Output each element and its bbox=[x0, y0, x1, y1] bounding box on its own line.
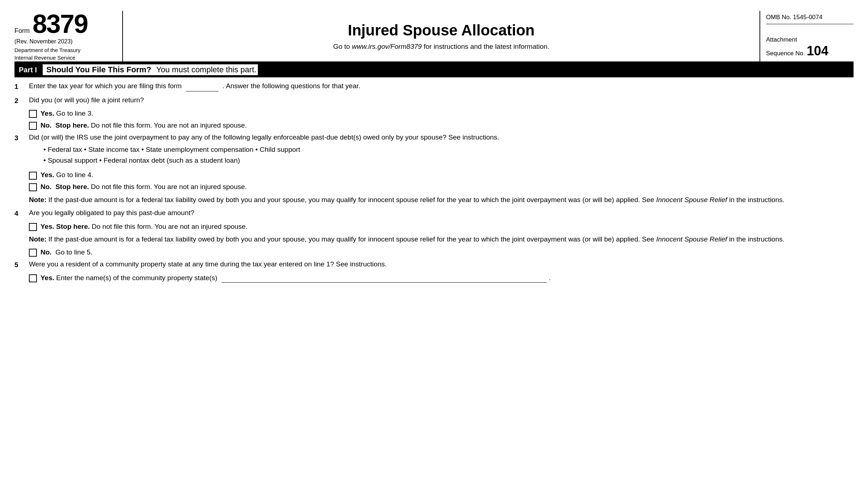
form-title: Injured Spouse Allocation bbox=[348, 22, 535, 39]
line4-no-bold: No. bbox=[41, 248, 52, 256]
line3-bullets: • Federal tax • State income tax • State… bbox=[43, 144, 854, 166]
line3-num: 3 bbox=[14, 132, 29, 144]
part1-label: Part I bbox=[19, 66, 37, 74]
line3-text: Did (or will) the IRS use the joint over… bbox=[29, 132, 854, 167]
line2-no-bold: No. bbox=[41, 121, 52, 129]
line2-no-checkbox[interactable] bbox=[29, 122, 37, 130]
line4-no-row: No. Go to line 5. bbox=[29, 248, 854, 257]
line1-text: Enter the tax year for which you are fil… bbox=[29, 81, 854, 91]
line2-text: Did you (or will you) file a joint retur… bbox=[29, 95, 854, 106]
line2: 2 Did you (or will you) file a joint ret… bbox=[14, 95, 854, 106]
form-rev: (Rev. November 2023) bbox=[14, 38, 115, 45]
line1-num: 1 bbox=[14, 81, 29, 92]
form-content: 1 Enter the tax year for which you are f… bbox=[14, 81, 854, 283]
line4-stop-bold: Stop here. bbox=[56, 223, 90, 230]
line3-no-row: No. Stop here. Do not file this form. Yo… bbox=[29, 182, 854, 192]
line4-no-checkbox[interactable] bbox=[29, 249, 37, 257]
sequence-number: 104 bbox=[807, 43, 828, 58]
line2-no-row: No. Stop here. Do not file this form. Yo… bbox=[29, 121, 854, 130]
line4-yes-bold: Yes. bbox=[41, 223, 54, 230]
line3-no-bold: No. bbox=[41, 183, 52, 191]
line3-yes-checkbox[interactable] bbox=[29, 172, 37, 180]
line2-stop-bold: Stop here. bbox=[55, 121, 89, 129]
note3-bold: Note: bbox=[29, 196, 47, 204]
line4-yes-row: Yes. Stop here. Do not file this form. Y… bbox=[29, 222, 854, 232]
line2-yes-checkbox[interactable] bbox=[29, 110, 37, 118]
line4-num: 4 bbox=[14, 208, 29, 219]
attachment-seq: Attachment Sequence No. 104 bbox=[766, 36, 854, 59]
header-subtitle: Go to www.irs.gov/Form8379 for instructi… bbox=[333, 43, 549, 51]
line5-yes-bold: Yes. bbox=[41, 274, 54, 282]
line2-yes-bold: Yes. bbox=[41, 110, 54, 117]
header-right: OMB No. 1545-0074 Attachment Sequence No… bbox=[760, 11, 854, 61]
line5-yes-row: Yes. Enter the name(s) of the community … bbox=[29, 273, 854, 283]
form-dept: Department of the Treasury Internal Reve… bbox=[14, 46, 115, 61]
part1-title-rest: You must complete this part. bbox=[155, 64, 258, 75]
line5: 5 Were you a resident of a community pro… bbox=[14, 259, 854, 270]
line4: 4 Are you legally obligated to pay this … bbox=[14, 208, 854, 219]
omb-number: OMB No. 1545-0074 bbox=[766, 14, 854, 24]
header-center: Injured Spouse Allocation Go to www.irs.… bbox=[123, 11, 760, 61]
line1: 1 Enter the tax year for which you are f… bbox=[14, 81, 854, 92]
line4-text: Are you legally obligated to pay this pa… bbox=[29, 208, 854, 218]
line3-yes-row: Yes. Go to line 4. bbox=[29, 170, 854, 180]
line5-yes-checkbox[interactable] bbox=[29, 274, 37, 282]
line3: 3 Did (or will) the IRS use the joint ov… bbox=[14, 132, 854, 167]
part1-header: Part I Should You File This Form? You mu… bbox=[14, 62, 854, 77]
note3-block: Note: If the past-due amount is for a fe… bbox=[29, 195, 854, 205]
line3-no-checkbox[interactable] bbox=[29, 183, 37, 191]
line5-text: Were you a resident of a community prope… bbox=[29, 259, 854, 270]
tax-year-input[interactable] bbox=[186, 84, 218, 91]
note4-bold: Note: bbox=[29, 235, 47, 243]
line5-num: 5 bbox=[14, 259, 29, 270]
community-property-input[interactable] bbox=[221, 275, 547, 283]
line3-stop-bold: Stop here. bbox=[55, 183, 89, 191]
form-label: Form bbox=[14, 27, 30, 35]
line2-yes-row: Yes. Go to line 3. bbox=[29, 109, 854, 119]
line4-yes-checkbox[interactable] bbox=[29, 223, 37, 231]
form-header: Form 8379 (Rev. November 2023) Departmen… bbox=[14, 11, 854, 62]
line2-num: 2 bbox=[14, 95, 29, 106]
line3-yes-bold: Yes. bbox=[41, 171, 54, 179]
header-left: Form 8379 (Rev. November 2023) Departmen… bbox=[14, 11, 123, 61]
part1-title-bold: Should You File This Form? bbox=[43, 64, 155, 75]
note4-block: Note: If the past-due amount is for a fe… bbox=[29, 234, 854, 245]
form-number: 8379 bbox=[33, 11, 88, 37]
